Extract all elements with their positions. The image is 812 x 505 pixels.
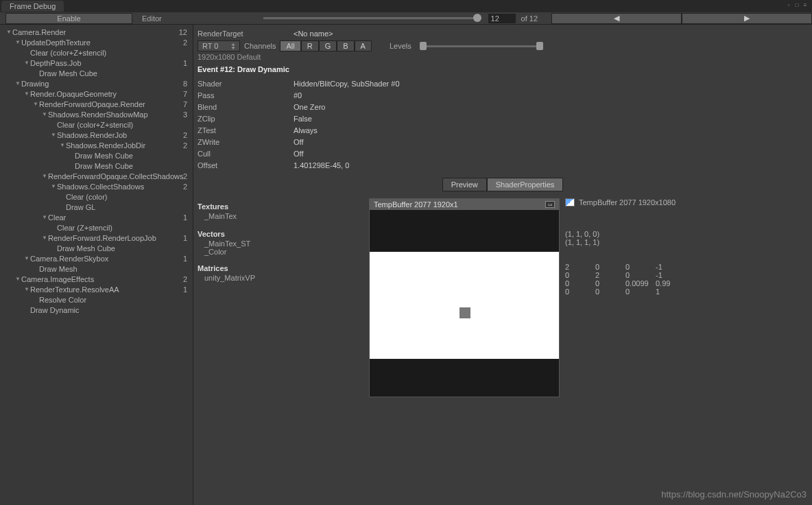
matrix-cell: 2 (595, 271, 625, 279)
property-label: Offset (198, 161, 294, 169)
channel-button-a[interactable]: A (355, 40, 372, 51)
tree-row[interactable]: ▼RenderForwardOpaque.CollectShadows2 (0, 171, 193, 181)
tree-label: Clear (48, 213, 183, 222)
tree-count: 7 (183, 90, 187, 98)
tree-row[interactable]: Clear (color+Z+stencil) (0, 47, 193, 58)
matrix-cell: 0 (565, 287, 595, 296)
property-label: Blend (198, 103, 294, 111)
tree-row[interactable]: Clear (color+Z+stencil) (0, 119, 193, 130)
preview-tab[interactable]: Preview (442, 178, 487, 191)
tree-row[interactable]: Draw Mesh Cube (0, 68, 193, 78)
tree-row[interactable]: Draw GL (0, 202, 193, 212)
levels-thumb-left-icon[interactable] (420, 42, 427, 50)
property-label: Shader (198, 80, 294, 88)
property-row: ShaderHidden/BlitCopy, SubShader #0 (198, 78, 808, 89)
tree-row[interactable]: Draw Mesh Cube (0, 161, 193, 171)
maintex-label: _MainTex (204, 212, 369, 220)
property-label: Cull (198, 150, 294, 158)
preview-cube-shape (459, 307, 470, 318)
tree-row[interactable]: ▼Camera.ImageEffects2 (0, 274, 193, 284)
frame-slider[interactable] (263, 17, 481, 19)
detail-panel: RenderTarget <No name> RT 0‡ Channels Al… (193, 25, 812, 505)
tree-row[interactable]: Draw Dynamic (0, 305, 193, 315)
tree-count: 1 (183, 234, 187, 242)
slider-thumb-icon[interactable] (473, 14, 481, 22)
tree-label: RenderForwardOpaque.CollectShadows (48, 172, 183, 180)
tree-label: Shadows.CollectShadows (57, 183, 183, 191)
maintex-st-value: (1, 1, 0, 0) (565, 230, 808, 238)
rt-name: TempBuffer 2077 1920x1080 (579, 198, 676, 207)
render-target-value: <No name> (294, 30, 333, 38)
frame-number-input[interactable]: 12 (488, 14, 516, 23)
property-row: CullOff (198, 148, 808, 159)
tree-row[interactable]: ▼Camera.Render12 (0, 27, 193, 37)
tree-row[interactable]: ▼Shadows.CollectShadows2 (0, 181, 193, 191)
tree-arrow-icon: ▼ (14, 80, 21, 86)
tree-count: 2 (183, 141, 187, 150)
tree-row[interactable]: Draw Mesh (0, 263, 193, 274)
tree-row[interactable]: ▼DepthPass.Job1 (0, 58, 193, 68)
shader-properties-tab[interactable]: ShaderProperties (487, 178, 564, 191)
channel-button-all[interactable]: All (280, 40, 300, 51)
property-value: One Zero (294, 103, 325, 111)
property-row: Pass#0 (198, 89, 808, 101)
prev-frame-button[interactable]: ◀ (551, 13, 682, 24)
matrix-cell: 0 (565, 279, 595, 287)
tree-label: Render.OpaqueGeometry (30, 90, 183, 98)
rt-swatch-icon (565, 198, 575, 207)
levels-thumb-right-icon[interactable] (536, 42, 543, 50)
maximize-icon[interactable]: □ (793, 1, 801, 8)
tree-row[interactable]: ▼RenderForwardOpaque.Render7 (0, 99, 193, 109)
toolbar: Enable Editor 12 of 12 ◀ ▶ (0, 12, 812, 25)
matrix-cell: 1 (656, 287, 686, 296)
tree-row[interactable]: Clear (Z+stencil) (0, 222, 193, 233)
matrixvp-label: unity_MatrixVP (204, 274, 369, 282)
event-tree-panel[interactable]: ▼Camera.Render12▼UpdateDepthTexture2Clea… (0, 25, 193, 505)
tree-row[interactable]: ▼Drawing8 (0, 78, 193, 89)
tree-row[interactable]: ▼Shadows.RenderJobDir2 (0, 140, 193, 150)
menu-icon[interactable]: ≡ (801, 1, 809, 8)
rt-dropdown[interactable]: RT 0‡ (198, 40, 240, 51)
tree-label: Draw Mesh (39, 265, 187, 273)
tree-count: 12 (179, 28, 187, 36)
tree-label: Draw GL (66, 203, 187, 211)
property-row: ZTestAlways (198, 124, 808, 136)
tree-arrow-icon: ▼ (50, 132, 57, 138)
preview-header: TempBuffer 2077 1920x1 ▭ (370, 199, 559, 210)
matrix-cell: -1 (656, 263, 686, 271)
tree-label: Shadows.RenderJobDir (66, 141, 183, 150)
channel-button-b[interactable]: B (337, 40, 354, 51)
tree-arrow-icon: ▼ (50, 183, 57, 189)
channel-button-r[interactable]: R (301, 40, 319, 51)
tree-row[interactable]: ▼Render.OpaqueGeometry7 (0, 89, 193, 99)
tree-row[interactable]: Draw Mesh Cube (0, 243, 193, 253)
preview-expand-icon[interactable]: ▭ (545, 201, 555, 208)
minimize-icon[interactable]: ▫ (785, 1, 793, 8)
tree-row[interactable]: ▼Clear1 (0, 212, 193, 222)
levels-slider[interactable] (420, 45, 543, 47)
tree-arrow-icon: ▼ (23, 286, 30, 292)
matrix-cell: 0.0099 (625, 279, 656, 287)
tree-row[interactable]: Draw Mesh Cube (0, 150, 193, 161)
matrix-cell: -1 (656, 271, 686, 279)
tree-count: 1 (183, 255, 187, 263)
tree-row[interactable]: ▼Shadows.RenderShadowMap3 (0, 109, 193, 119)
property-value: False (294, 115, 312, 123)
tree-row[interactable]: ▼RenderForward.RenderLoopJob1 (0, 233, 193, 243)
tree-row[interactable]: ▼Shadows.RenderJob2 (0, 130, 193, 140)
texture-preview[interactable]: TempBuffer 2077 1920x1 ▭ (369, 198, 560, 397)
tree-arrow-icon: ▼ (41, 111, 48, 117)
tree-count: 1 (183, 59, 187, 67)
frame-debug-tab[interactable]: Frame Debug (1, 1, 64, 12)
tree-row[interactable]: ▼RenderTexture.ResolveAA1 (0, 284, 193, 294)
tree-row[interactable]: Clear (color) (0, 191, 193, 202)
next-frame-button[interactable]: ▶ (682, 13, 812, 24)
tree-row[interactable]: Resolve Color (0, 294, 193, 305)
matrix-cell: 0 (565, 271, 595, 279)
rt-dropdown-label: RT 0 (202, 42, 218, 50)
tree-label: DepthPass.Job (30, 59, 183, 67)
enable-button[interactable]: Enable (5, 13, 132, 24)
channel-button-g[interactable]: G (319, 40, 337, 51)
tree-row[interactable]: ▼Camera.RenderSkybox1 (0, 253, 193, 263)
tree-row[interactable]: ▼UpdateDepthTexture2 (0, 37, 193, 47)
